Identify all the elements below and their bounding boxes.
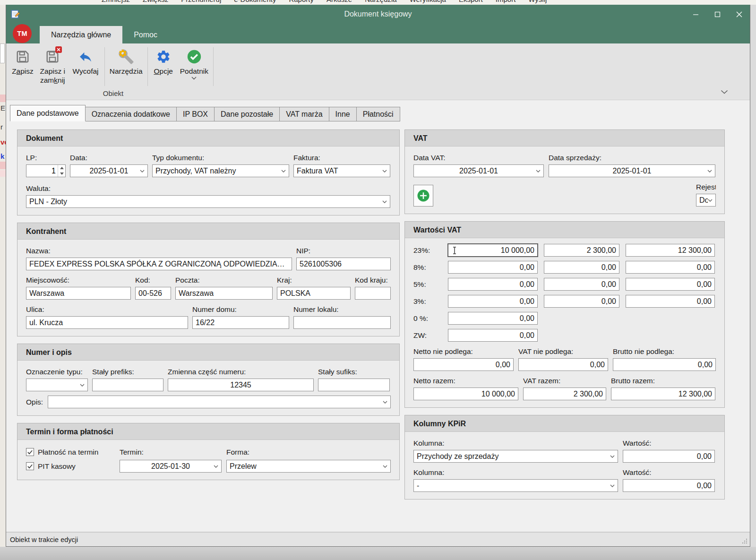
data-dropdown[interactable]: 2025-01-01 <box>70 164 148 177</box>
netto-nie-podlega-field[interactable] <box>413 358 514 371</box>
save-and-close-button[interactable]: Zapisz izamknij <box>35 45 70 85</box>
kolumna1-dropdown[interactable]: Przychody ze sprzedaży <box>413 450 618 463</box>
tab-ip-box[interactable]: IP BOX <box>177 107 215 121</box>
bg-menu-item[interactable]: Eksport <box>459 0 483 4</box>
numer-lokalu-field[interactable] <box>293 316 391 329</box>
tab-oznaczenia-dodatkowe[interactable]: Oznaczenia dodatkowe <box>86 107 177 121</box>
opis-dropdown[interactable] <box>48 396 391 408</box>
vat23-brutto-field[interactable] <box>626 244 715 257</box>
section-header: Kontrahent <box>17 223 399 240</box>
checkbox-box[interactable] <box>26 462 34 470</box>
staly-prefiks-field[interactable] <box>92 379 163 391</box>
oznaczenie-typu-label: Oznaczenie typu: <box>26 366 88 377</box>
ribbon-group-label: Obiekt <box>10 89 216 97</box>
miejscowosc-field[interactable] <box>26 287 131 300</box>
typ-dokumentu-dropdown[interactable]: Przychody, VAT należny <box>152 164 289 177</box>
vat8-brutto-field[interactable] <box>626 261 715 274</box>
netto-razem-field[interactable] <box>413 388 518 400</box>
bg-menu-item[interactable]: Import <box>496 0 516 4</box>
numer-domu-field[interactable] <box>192 316 289 329</box>
miejscowosc-label: Miejscowość: <box>26 275 131 285</box>
vatzw-netto-field[interactable] <box>448 329 538 342</box>
bg-menu-item[interactable]: Arkusze <box>326 0 352 4</box>
data-sprzedazy-dropdown[interactable]: 2025-01-01 <box>549 164 715 177</box>
maximize-button[interactable] <box>706 5 728 24</box>
bg-menu-item[interactable]: Zmniejsz <box>102 0 130 4</box>
vat23-netto-field[interactable] <box>448 244 538 257</box>
document-tabs: Dane podstawowe Oznaczenia dodatkowe IP … <box>10 105 400 121</box>
save-button[interactable]: Zapisz <box>10 45 35 76</box>
bg-menu-item[interactable]: Raporty <box>289 0 314 4</box>
ulica-field[interactable] <box>26 316 188 329</box>
titlebar[interactable]: Dokument księgowy <box>6 5 750 24</box>
vat3-vat-field[interactable] <box>544 295 619 308</box>
oznaczenie-typu-dropdown[interactable] <box>26 379 88 391</box>
forma-dropdown[interactable]: Przelew <box>226 460 391 473</box>
brutto-nie-podlega-field[interactable] <box>613 358 716 371</box>
app-logo[interactable]: TM <box>13 24 32 43</box>
kraj-field[interactable] <box>277 287 351 300</box>
faktura-dropdown[interactable]: Faktura VAT <box>293 164 390 177</box>
vat3-brutto-field[interactable] <box>626 295 715 308</box>
bg-menu-item[interactable]: Zwiększ <box>143 0 168 4</box>
checkbox-box[interactable] <box>26 448 34 456</box>
spin-down-button[interactable] <box>58 171 65 177</box>
close-button[interactable] <box>728 5 750 24</box>
vat3-netto-field[interactable] <box>448 295 538 308</box>
bg-menu-item[interactable]: e-Dokumenty <box>234 0 276 4</box>
staly-sufiks-field[interactable] <box>318 379 390 391</box>
spin-up-button[interactable] <box>58 165 65 171</box>
bg-menu-item[interactable]: Przenumeruj <box>181 0 221 4</box>
brutto-razem-field[interactable] <box>611 388 715 400</box>
tools-button[interactable]: Narzędzia <box>108 45 145 76</box>
collapse-ribbon-button[interactable] <box>721 87 728 96</box>
tab-platnosci[interactable]: Płatności <box>357 107 400 121</box>
kolumna2-dropdown[interactable]: - <box>413 479 618 492</box>
undo-button[interactable]: Wycofaj <box>70 45 102 76</box>
checkbox-pit-kasowy[interactable]: PIT kasowy <box>26 460 115 473</box>
lp-input[interactable] <box>26 165 58 177</box>
ribbon-tab-pomoc[interactable]: Pomoc <box>122 26 169 43</box>
vat5-brutto-field[interactable] <box>626 278 715 291</box>
vat-razem-field[interactable] <box>523 388 606 400</box>
waluta-dropdown[interactable]: PLN - Złoty <box>26 195 390 208</box>
wartosc-label: Wartość: <box>623 438 715 448</box>
tab-dane-pozostale[interactable]: Dane pozostałe <box>215 107 280 121</box>
rejestr-vat-dropdown[interactable]: Dostawa towarów oraz świadczenie usług, … <box>696 194 716 207</box>
chevron-down-icon <box>140 170 145 172</box>
background-right-edge <box>750 5 756 547</box>
vat0-netto-field[interactable] <box>448 312 538 325</box>
kod-kraju-field[interactable] <box>355 287 391 300</box>
tab-inne[interactable]: Inne <box>329 107 357 121</box>
chevron-down-icon <box>80 384 85 387</box>
data-vat-dropdown[interactable]: 2025-01-01 <box>413 164 544 177</box>
termin-dropdown[interactable]: 2025-01-30 <box>120 460 222 473</box>
options-button[interactable]: Opcje <box>151 45 176 76</box>
wartosc1-field[interactable] <box>623 450 715 463</box>
minimize-button[interactable] <box>685 5 706 24</box>
vat8-vat-field[interactable] <box>544 261 619 274</box>
vat5-vat-field[interactable] <box>544 278 619 291</box>
taxpayer-button[interactable]: Podatnik <box>176 45 212 80</box>
section-wartosci-vat: Wartości VAT 23%: <box>404 221 725 408</box>
zmienna-czesc-field[interactable] <box>168 379 314 391</box>
vat5-netto-field[interactable] <box>448 278 538 291</box>
checkbox-platnosc-na-termin[interactable]: Płatność na termin <box>26 446 115 458</box>
add-vat-register-button[interactable] <box>413 185 433 207</box>
bg-menu-item[interactable]: Weryfikacja <box>410 0 446 4</box>
kod-field[interactable] <box>135 287 171 300</box>
poczta-field[interactable] <box>175 287 273 300</box>
tab-vat-marza[interactable]: VAT marża <box>280 107 329 121</box>
lp-stepper[interactable] <box>26 164 66 177</box>
nip-field[interactable] <box>296 258 391 270</box>
vat23-vat-field[interactable] <box>544 244 619 257</box>
wartosc2-field[interactable] <box>623 479 715 492</box>
tab-dane-podstawowe[interactable]: Dane podstawowe <box>10 105 86 121</box>
resize-grip[interactable] <box>746 539 747 540</box>
nazwa-field[interactable]: FEDEX EXPRESS POLSKA SPÓŁKA Z OGRANICZON… <box>26 258 292 270</box>
vat8-netto-field[interactable] <box>448 261 538 274</box>
vat-nie-podlega-field[interactable] <box>518 358 608 371</box>
bg-menu-item[interactable]: Narzędzia <box>365 0 397 4</box>
bg-menu-item[interactable]: Wyślij <box>528 0 547 4</box>
ribbon-tab-narzedzia-glowne[interactable]: Narzędzia główne <box>40 26 122 43</box>
